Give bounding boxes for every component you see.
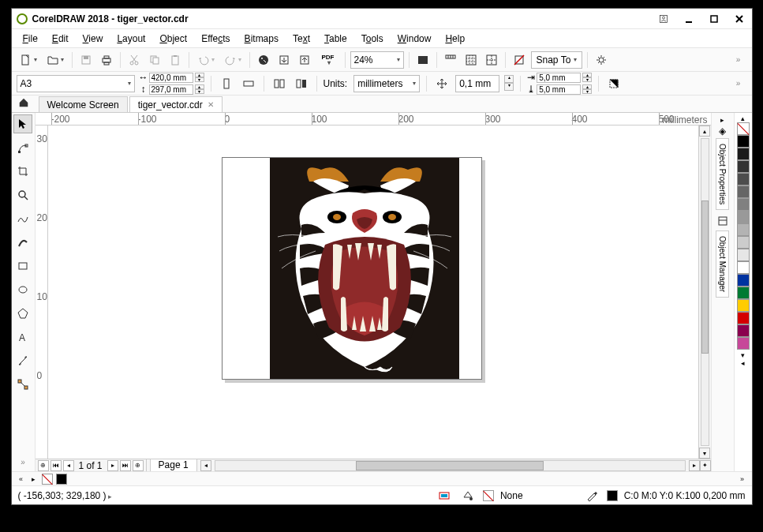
nudge-spinner[interactable]: ▴▾	[504, 75, 514, 92]
page-width-input[interactable]	[149, 73, 193, 83]
palette-swatch[interactable]	[737, 337, 750, 350]
palette-swatch[interactable]	[737, 261, 750, 274]
swatch-left-button[interactable]: «	[17, 475, 26, 483]
first-page-button[interactable]: ⏮	[50, 460, 62, 471]
scroll-right-button[interactable]: ▸	[689, 460, 700, 471]
show-grid-button[interactable]	[462, 51, 480, 69]
palette-swatch[interactable]	[737, 274, 750, 287]
parallel-dimension-tool[interactable]	[13, 351, 32, 370]
next-page-button[interactable]: ▸	[107, 460, 118, 471]
menu-edit[interactable]: Edit	[46, 32, 75, 46]
menu-bitmaps[interactable]: Bitmaps	[238, 32, 285, 46]
open-button[interactable]	[43, 51, 67, 69]
dup-y-spinner[interactable]: ▴▾	[582, 84, 592, 94]
ruler-horizontal[interactable]: millimeters -200-1000100200300400500	[36, 113, 711, 126]
menu-tools[interactable]: Tools	[355, 32, 390, 46]
page-height-input[interactable]	[149, 84, 193, 95]
duplicate-x-input[interactable]	[537, 73, 581, 83]
palette-flyout-button[interactable]: ◂	[741, 359, 745, 367]
palette-swatch[interactable]	[737, 249, 750, 261]
menu-file[interactable]: File	[17, 32, 44, 46]
palette-up-button[interactable]: ▴	[741, 114, 745, 122]
fill-none-swatch[interactable]	[483, 490, 494, 501]
palette-swatch[interactable]	[737, 198, 750, 211]
last-page-button[interactable]: ⏭	[120, 460, 131, 471]
home-icon[interactable]	[18, 97, 29, 111]
palette-swatch[interactable]	[737, 185, 750, 198]
width-spinner[interactable]: ▴▾	[195, 73, 204, 82]
docker-menu-icon[interactable]: ◈	[719, 126, 726, 137]
account-icon[interactable]	[656, 13, 671, 25]
palette-swatch[interactable]	[737, 287, 750, 299]
tab-document[interactable]: tiger_vector.cdr ✕	[129, 96, 223, 112]
scroll-v-thumb[interactable]	[701, 200, 709, 354]
color-proof-icon[interactable]	[436, 487, 453, 504]
pick-tool[interactable]	[13, 114, 32, 133]
zoom-level-select[interactable]: 24%	[350, 51, 404, 69]
print-button[interactable]	[98, 51, 115, 69]
palette-swatch[interactable]	[737, 173, 750, 185]
palette-swatch[interactable]	[737, 148, 750, 160]
publish-pdf-button[interactable]: PDF	[316, 51, 340, 69]
snap-to-button[interactable]: Snap To	[531, 51, 583, 69]
scroll-up-button[interactable]: ▴	[699, 126, 710, 137]
connector-tool[interactable]	[13, 375, 32, 394]
treat-as-filled-button[interactable]	[605, 75, 623, 92]
docker-object-manager[interactable]: Object Manager	[716, 230, 729, 298]
options-button[interactable]	[593, 51, 610, 69]
menu-object[interactable]: Object	[153, 32, 193, 46]
text-tool[interactable]: A	[13, 328, 32, 347]
polygon-tool[interactable]	[13, 304, 32, 323]
menu-view[interactable]: View	[77, 32, 110, 46]
zoom-tool[interactable]	[13, 185, 32, 204]
toolbar-overflow-button[interactable]: »	[730, 51, 747, 69]
rectangle-tool[interactable]	[13, 257, 32, 275]
artistic-media-tool[interactable]	[13, 233, 32, 252]
landscape-button[interactable]	[240, 75, 257, 92]
menu-effects[interactable]: Effects	[195, 32, 236, 46]
swatch-right-button[interactable]: »	[738, 475, 747, 483]
tab-welcome[interactable]: Welcome Screen	[39, 96, 128, 112]
minimize-button[interactable]	[681, 13, 697, 25]
menu-text[interactable]: Text	[286, 32, 316, 46]
palette-down-button[interactable]: ▾	[741, 351, 745, 359]
menu-table[interactable]: Table	[318, 32, 353, 46]
close-button[interactable]	[731, 13, 747, 25]
redo-button[interactable]	[221, 51, 245, 69]
palette-swatch[interactable]	[737, 312, 750, 324]
outline-color-swatch[interactable]	[607, 490, 618, 501]
freehand-tool[interactable]	[13, 209, 32, 228]
docker-icon[interactable]	[715, 213, 731, 229]
palette-swatch[interactable]	[737, 324, 750, 337]
fill-swatch[interactable]	[42, 474, 53, 485]
palette-swatch[interactable]	[737, 160, 750, 173]
menu-window[interactable]: Window	[391, 32, 438, 46]
current-page-button[interactable]	[293, 75, 310, 92]
page-size-select[interactable]: A3	[17, 75, 135, 92]
units-select[interactable]: millimeters	[353, 75, 420, 92]
copy-button[interactable]	[146, 51, 163, 69]
scrollbar-horizontal[interactable]	[215, 460, 686, 471]
palette-swatch[interactable]	[737, 299, 750, 312]
add-page-after-button[interactable]: ⊕	[133, 460, 144, 471]
nudge-distance-input[interactable]: 0,1 mm	[455, 75, 499, 92]
show-rulers-button[interactable]	[442, 51, 459, 69]
toolbox-overflow-button[interactable]: »	[13, 452, 32, 471]
scroll-left-button[interactable]: ◂	[200, 460, 211, 471]
docker-expand-icon[interactable]: ▸	[720, 116, 724, 124]
palette-swatch[interactable]	[737, 135, 750, 148]
portrait-button[interactable]	[218, 75, 235, 92]
export-button[interactable]	[296, 51, 313, 69]
outline-pen-icon[interactable]	[583, 487, 600, 504]
scroll-h-thumb[interactable]	[356, 461, 544, 470]
outline-swatch[interactable]	[56, 474, 67, 485]
all-pages-button[interactable]	[271, 75, 288, 92]
crop-tool[interactable]	[13, 162, 32, 181]
new-button[interactable]	[17, 51, 40, 69]
scrollbar-vertical[interactable]: ▴ ▾	[698, 126, 711, 459]
import-button[interactable]	[275, 51, 293, 69]
palette-swatch[interactable]	[737, 122, 750, 135]
show-guidelines-button[interactable]	[483, 51, 500, 69]
palette-swatch[interactable]	[737, 223, 750, 236]
ellipse-tool[interactable]	[13, 280, 32, 299]
